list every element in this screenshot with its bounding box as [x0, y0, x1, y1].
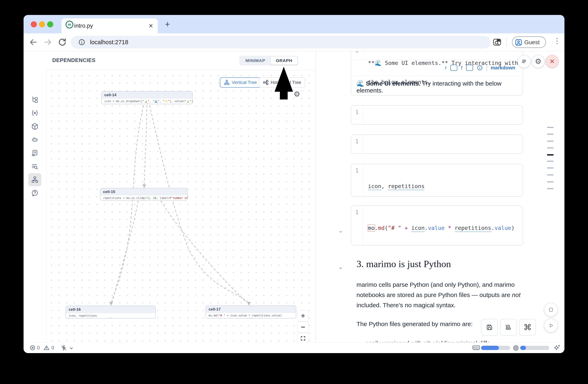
dependency-edges [46, 70, 315, 342]
toggle-r-label[interactable]: r [445, 65, 447, 71]
window-minimize-button[interactable] [39, 21, 45, 27]
cell-minimap-mark[interactable] [547, 174, 554, 175]
cell-minimap-mark-active[interactable] [547, 154, 554, 155]
cell-minimap-mark[interactable] [547, 188, 554, 189]
notebook-settings-button[interactable]: ⚙ [532, 55, 545, 68]
fit-view-button[interactable] [297, 333, 309, 342]
cell-language-label[interactable]: markdown [491, 65, 515, 71]
sidebar-item-variables[interactable] [28, 106, 42, 119]
cell-minimap-mark[interactable] [547, 127, 554, 128]
reload-icon[interactable] [58, 38, 67, 47]
back-icon[interactable] [28, 38, 38, 47]
toggle-f-checkbox[interactable] [466, 65, 473, 71]
sidebar-item-help[interactable] [28, 187, 42, 200]
marimo-logo-icon: m [65, 21, 73, 28]
ai-sparkle-icon[interactable] [553, 345, 560, 351]
horizontal-tree-button[interactable]: Horizontal Tree [259, 77, 305, 88]
run-all-button[interactable] [544, 319, 558, 332]
notebook-cell-dropdown[interactable]: 1 icon = mo.ui.dropdown(["🍃", "🌊", "✨"],… [351, 105, 523, 125]
notebook-cell-tuple[interactable]: 1 icon, repetitions › [ … ] 2 Items [351, 164, 523, 197]
errors-icon[interactable] [30, 345, 35, 351]
sidebar-item-logs[interactable] [28, 160, 42, 173]
node-code: icon, repetitions [66, 313, 155, 319]
profile-avatar-icon [515, 39, 522, 46]
sidebar-item-scratchpad[interactable] [28, 147, 42, 160]
cell-minimap-mark[interactable] [547, 147, 554, 148]
cell-minimap-mark[interactable] [547, 141, 554, 142]
tab-close-icon[interactable]: ✕ [148, 22, 153, 29]
dependency-graph-canvas[interactable]: Vertical Tree Horizontal Tree ⚙ cell-14 … [46, 70, 315, 342]
layout-button[interactable] [500, 319, 517, 336]
zoom-out-button[interactable] [297, 322, 309, 333]
site-info-icon[interactable] [79, 39, 85, 45]
cell-code[interactable]: 1 **🌊 Some UI elements.** Try interactin… [351, 51, 523, 59]
vertical-tree-button[interactable]: Vertical Tree [220, 77, 261, 88]
sidebar-item-packages[interactable] [28, 120, 42, 133]
browser-menu-icon[interactable]: ⋮ [553, 37, 561, 45]
browser-tab[interactable]: m intro.py ✕ [62, 19, 158, 33]
sidebar-item-dependency-graph[interactable] [28, 173, 42, 186]
interrupt-button[interactable] [544, 303, 558, 317]
toggle-r-checkbox[interactable] [450, 65, 457, 71]
tab-search-icon[interactable] [492, 38, 502, 47]
section-heading: 3. marimo is just Python [357, 258, 451, 269]
graph-node-cell-17[interactable]: cell-17 mo.md("# " + icon.value * repeti… [206, 306, 296, 319]
help-bubble-icon [31, 189, 39, 197]
vertical-tree-icon [224, 80, 230, 85]
horizontal-tree-icon [263, 80, 269, 85]
command-icon: ⌘ [524, 323, 532, 332]
window-close-button[interactable] [31, 21, 37, 27]
line-number: 1 [351, 135, 363, 154]
window-zoom-button[interactable] [47, 21, 53, 27]
cell-minimap-mark[interactable] [547, 167, 554, 169]
section-collapse-icon[interactable]: ⌄ [338, 263, 343, 270]
app-content: DEPENDENCIES MINIMAP GRAPH ✕ [23, 51, 565, 342]
cell-minimap-mark[interactable] [547, 181, 554, 182]
line-number: 1 [351, 51, 363, 59]
cell-minimap-mark[interactable] [547, 161, 554, 162]
errors-count: 0 [37, 345, 40, 351]
notebook-cell-markdown[interactable]: 1 **🌊 Some UI elements.** Try interactin… [351, 51, 523, 96]
shutdown-button[interactable]: ✕ [546, 55, 559, 68]
graph-node-cell-15[interactable]: cell-15 repetitions = mo.ui.slider(1, 16… [100, 188, 188, 201]
info-icon[interactable] [477, 65, 483, 71]
robot-icon [31, 136, 39, 143]
save-button[interactable] [481, 319, 498, 336]
profile-button[interactable]: Guest [512, 37, 546, 48]
file-tree-icon [31, 96, 39, 103]
graph-node-cell-16[interactable]: cell-16 icon, repetitions [65, 306, 156, 319]
line-number: 1 [351, 106, 363, 125]
graph-zoom-toolbar [297, 310, 309, 342]
fullscreen-icon [300, 336, 306, 341]
graph-settings-icon[interactable]: ⚙ [294, 90, 300, 98]
notebook-cell-slider[interactable]: 1 repetitions = mo.ui.slider(1, 16, labe… [351, 134, 523, 154]
keyboard-shortcuts-button[interactable]: ⌘ [519, 319, 536, 336]
notebook-cell-momd[interactable]: 1 mo.md("# " + icon.value * repetitions.… [351, 206, 523, 245]
toggle-f-label[interactable]: f [461, 65, 462, 71]
url-bar[interactable]: localhost:2718 [71, 36, 491, 49]
view-mode-switch: MINIMAP GRAPH [239, 56, 298, 65]
notebook-panel: 1 **🌊 Some UI elements.** Try interactin… [316, 51, 565, 342]
chevron-down-icon[interactable] [69, 346, 74, 351]
memory-usage-bar [481, 346, 510, 350]
sidebar-item-ai-assistant[interactable] [28, 133, 42, 146]
cell-minimap-mark[interactable] [547, 134, 554, 135]
layout-rows-icon [505, 324, 512, 331]
tab-graph[interactable]: GRAPH [271, 57, 298, 65]
shutdown-x-icon: ✕ [549, 58, 555, 65]
zoom-in-button[interactable] [297, 310, 309, 321]
toolbar-divider [506, 38, 507, 46]
node-code: icon = mo.ui.dropdown(["🍃", "🌊", "✨"], v… [102, 98, 192, 104]
graph-node-cell-14[interactable]: cell-14 icon = mo.ui.dropdown(["🍃", "🌊",… [101, 91, 193, 104]
autorun-off-icon[interactable] [61, 345, 67, 351]
tab-minimap[interactable]: MINIMAP [240, 57, 271, 65]
new-tab-button[interactable]: + [165, 19, 170, 29]
package-cube-icon [31, 123, 39, 130]
output-collapse-icon[interactable]: ⌄ [338, 227, 343, 234]
forward-icon[interactable] [43, 38, 53, 47]
sidebar-item-file-explorer[interactable] [28, 93, 42, 106]
outline-menu-button[interactable] [518, 55, 531, 68]
line-number: 1 [351, 164, 363, 197]
warnings-icon[interactable] [44, 345, 49, 351]
browser-toolbar: localhost:2718 Guest ⋮ [23, 33, 565, 51]
